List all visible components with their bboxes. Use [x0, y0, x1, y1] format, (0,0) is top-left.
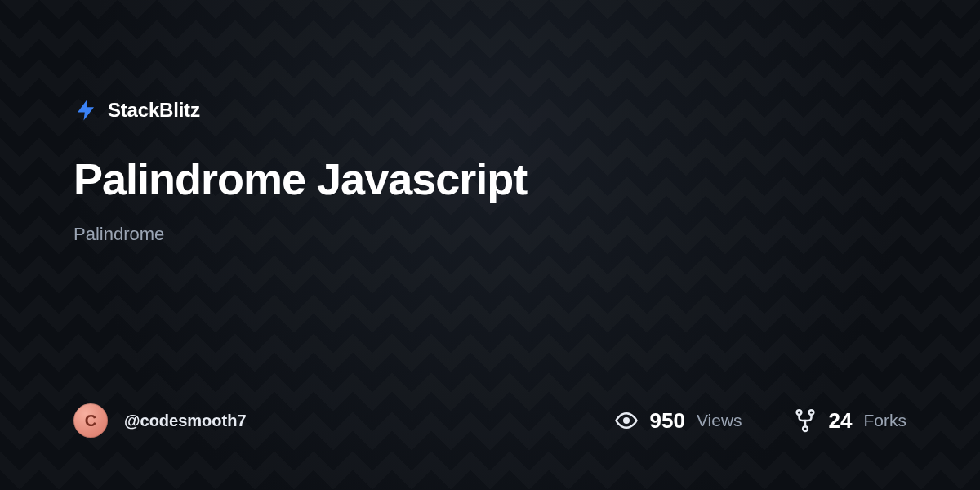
fork-icon [793, 408, 817, 433]
svg-point-0 [623, 417, 630, 424]
author-handle: @codesmooth7 [124, 412, 247, 430]
project-subtitle: Palindrome [74, 224, 906, 245]
forks-value: 24 [829, 408, 853, 434]
views-value: 950 [650, 408, 685, 434]
brand-name: StackBlitz [108, 99, 200, 122]
views-stat: 950 Views [614, 408, 742, 434]
project-card: StackBlitz Palindrome Javascript Palindr… [0, 0, 980, 490]
stats-group: 950 Views 24 Forks [614, 408, 906, 434]
views-label: Views [697, 411, 742, 430]
avatar: C [74, 403, 108, 438]
lightning-icon [74, 98, 98, 122]
author[interactable]: C @codesmooth7 [74, 403, 247, 438]
forks-stat: 24 Forks [793, 408, 906, 434]
forks-label: Forks [864, 411, 907, 430]
project-title: Palindrome Javascript [74, 154, 906, 204]
footer-row: C @codesmooth7 950 Views [74, 403, 906, 438]
brand-row: StackBlitz [74, 98, 906, 122]
eye-icon [614, 408, 639, 433]
